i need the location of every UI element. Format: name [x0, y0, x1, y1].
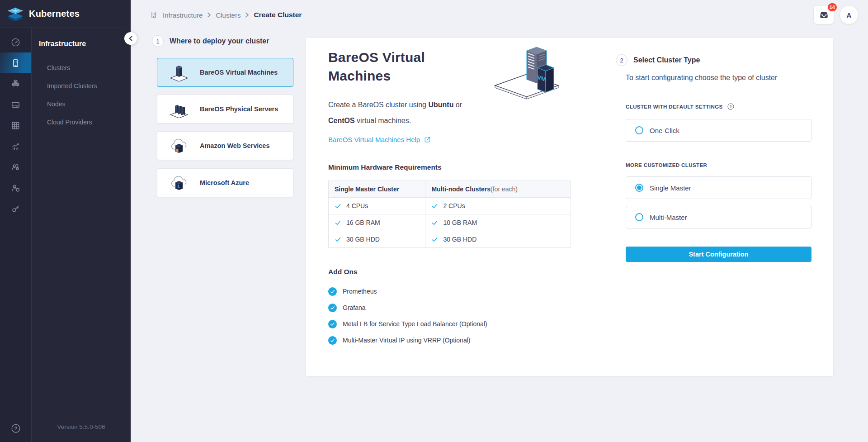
step1-section: 1 Where to deploy your cluster BareOS Vi… — [152, 35, 306, 205]
provider-detail: BareOS VirtualMachines — [306, 38, 592, 376]
rail-item-apps[interactable] — [0, 115, 31, 136]
detail-panel: BareOS VirtualMachines — [306, 38, 833, 376]
vm-illustration: VM — [492, 44, 561, 100]
inbox-icon — [819, 10, 829, 20]
rail-item-api-keys[interactable] — [0, 198, 31, 219]
check-icon — [431, 203, 438, 209]
deploy-option[interactable]: BareOS Virtual Machines — [157, 58, 293, 87]
help-button[interactable]: ? — [0, 415, 31, 442]
aws-icon — [169, 137, 189, 155]
sidebar-item-cloud-providers[interactable]: Cloud Providers — [32, 113, 131, 131]
rail-spacer — [0, 219, 31, 415]
user-shield-icon — [10, 183, 21, 193]
check-circle-icon — [328, 304, 337, 312]
step2-subtitle: To start configurating choose the type o… — [626, 74, 811, 82]
addon-label: Grafana — [343, 304, 366, 311]
step2-number: 2 — [616, 54, 627, 66]
step2-header: 2 Select Cluster Type — [616, 54, 811, 66]
check-icon — [335, 203, 341, 209]
step1-number: 1 — [152, 35, 164, 47]
cluster-type-label: Multi-Master — [650, 214, 687, 221]
check-icon — [335, 236, 341, 243]
addon-label: Multi-Master Virtual IP using VRRP (Opti… — [343, 337, 470, 344]
requirements-col-multi: Multi-node Clusters(for each) — [425, 181, 571, 198]
start-configuration-button[interactable]: Start Configuration — [626, 247, 811, 262]
sidebar-item-clusters[interactable]: Clusters — [32, 59, 131, 77]
addon-item: Multi-Master Virtual IP using VRRP (Opti… — [328, 332, 592, 348]
breadcrumb-separator — [207, 11, 211, 19]
addons-title: Add Ons — [328, 268, 592, 276]
radio-icon — [635, 126, 643, 134]
chevron-left-icon — [128, 36, 133, 41]
check-icon — [431, 236, 438, 243]
deploy-option[interactable]: BareOS Physical Servers — [157, 95, 293, 124]
users-gear-icon — [10, 162, 21, 172]
rail-item-workloads[interactable] — [0, 73, 31, 94]
avatar[interactable]: A — [840, 6, 858, 24]
cluster-type-label: One-Click — [650, 127, 679, 134]
breadcrumb-separator — [245, 11, 249, 19]
rail-item-monitoring[interactable] — [0, 136, 31, 157]
key-icon — [10, 204, 21, 214]
addon-item: Prometheus — [328, 283, 592, 299]
infrastructure-icon — [10, 58, 21, 68]
sidebar: Kubernetes — [0, 0, 131, 442]
deploy-option[interactable]: Amazon Web Services — [157, 131, 293, 160]
breadcrumb-infrastructure[interactable]: Infrastructure — [163, 11, 203, 19]
sidebar-item-imported-clusters[interactable]: Imported Clusters — [32, 77, 131, 95]
external-link-icon — [424, 136, 431, 143]
bareos-vm-icon — [169, 63, 189, 81]
provider-description: Create a BareOS cluster using Ubuntu or … — [328, 97, 486, 128]
dashboard-icon — [10, 37, 21, 48]
notifications-button[interactable]: 14 — [814, 6, 834, 24]
step1-header: 1 Where to deploy your cluster — [152, 35, 306, 47]
deploy-option-label: Amazon Web Services — [200, 142, 269, 149]
rail-item-infrastructure[interactable] — [0, 52, 31, 73]
step2-section: 2 Select Cluster Type To start configura… — [592, 38, 833, 376]
apps-grid-icon — [10, 120, 21, 131]
radio-icon — [635, 213, 643, 221]
check-circle-icon — [328, 320, 337, 328]
deploy-option[interactable]: Microsoft Azure — [157, 168, 293, 197]
sidebar-collapse-button[interactable] — [124, 32, 137, 45]
provider-help-link[interactable]: BareOS Virtual Machines Help — [328, 136, 431, 143]
check-circle-icon — [328, 287, 337, 296]
topbar-actions: 14 A — [814, 6, 859, 24]
rail-item-access-control[interactable] — [0, 177, 31, 198]
app-root: Kubernetes — [0, 0, 868, 442]
default-settings-label: CLUSTER WITH DEFAULT SETTINGS ? — [626, 103, 811, 110]
content: 1 Where to deploy your cluster BareOS Vi… — [131, 30, 868, 376]
cluster-type-option[interactable]: Multi-Master — [626, 206, 811, 228]
requirements-title: Minimum Hardware Requirements — [328, 163, 592, 171]
workloads-cubes-icon — [10, 79, 21, 89]
infrastructure-breadcrumb-icon — [149, 10, 158, 19]
check-icon — [431, 219, 438, 226]
avatar-letter: A — [847, 11, 852, 19]
help-circle-icon[interactable]: ? — [727, 103, 735, 110]
radio-icon — [635, 184, 643, 192]
requirements-row: 16 GB RAM 10 GB RAM — [329, 214, 571, 231]
rail-item-user-management[interactable] — [0, 157, 31, 177]
step1-title: Where to deploy your cluster — [170, 37, 269, 45]
cluster-type-option[interactable]: Single Master — [626, 176, 811, 199]
main-area: Infrastructure Clusters Create Cluster 1… — [131, 0, 868, 442]
customized-cluster-label: MORE CUSTOMIZED CLUSTER — [626, 162, 811, 168]
deploy-option-label: BareOS Virtual Machines — [200, 69, 278, 76]
requirements-header-row: Single Master Cluster Multi-node Cluster… — [329, 181, 571, 198]
notification-badge: 14 — [827, 2, 838, 12]
check-icon — [335, 219, 341, 226]
icon-rail: ? — [0, 28, 32, 442]
requirements-row: 4 CPUs 2 CPUs — [329, 198, 571, 214]
cluster-type-option[interactable]: One-Click — [626, 119, 811, 142]
kubernetes-logo-icon — [5, 6, 25, 22]
check-circle-icon — [328, 336, 337, 345]
step2-title: Select Cluster Type — [633, 56, 700, 64]
version-label: Version 5.5.0-506 — [32, 423, 131, 430]
breadcrumb-clusters[interactable]: Clusters — [216, 11, 241, 19]
deploy-option-label: Microsoft Azure — [200, 179, 249, 186]
sidebar-item-nodes[interactable]: Nodes — [32, 95, 131, 113]
breadcrumb: Infrastructure Clusters Create Cluster — [149, 10, 302, 19]
rail-item-dashboard[interactable] — [0, 32, 31, 52]
rail-item-storage[interactable] — [0, 94, 31, 115]
bareos-physical-icon — [169, 100, 189, 118]
